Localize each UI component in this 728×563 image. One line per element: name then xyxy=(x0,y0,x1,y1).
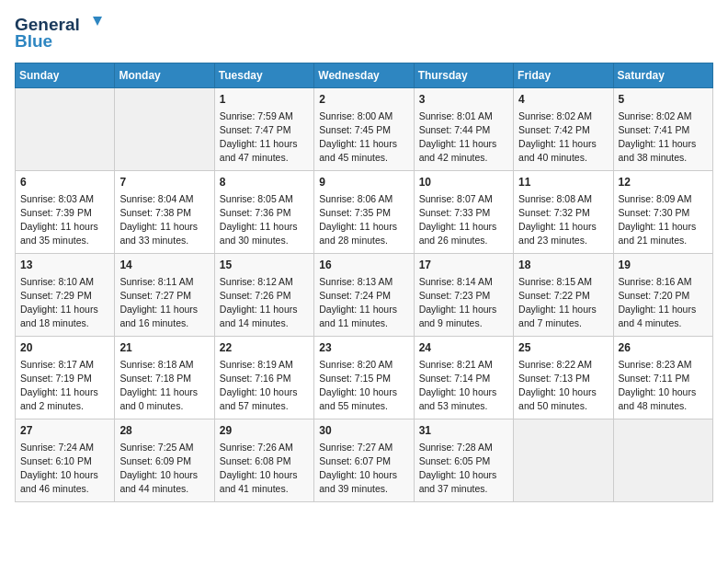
calendar-week-row: 1Sunrise: 7:59 AM Sunset: 7:47 PM Daylig… xyxy=(16,88,713,171)
calendar-cell: 11Sunrise: 8:08 AM Sunset: 7:32 PM Dayli… xyxy=(514,171,613,254)
calendar-cell: 22Sunrise: 8:19 AM Sunset: 7:16 PM Dayli… xyxy=(214,337,313,419)
day-info: Sunrise: 7:59 AM Sunset: 7:47 PM Dayligh… xyxy=(220,109,309,166)
day-info: Sunrise: 7:28 AM Sunset: 6:05 PM Dayligh… xyxy=(419,441,508,497)
day-number: 10 xyxy=(419,175,508,190)
day-number: 15 xyxy=(220,258,309,273)
calendar-cell: 4Sunrise: 8:02 AM Sunset: 7:42 PM Daylig… xyxy=(514,88,613,171)
weekday-header: Tuesday xyxy=(214,63,313,88)
calendar-week-row: 13Sunrise: 8:10 AM Sunset: 7:29 PM Dayli… xyxy=(16,254,713,337)
day-info: Sunrise: 8:23 AM Sunset: 7:11 PM Dayligh… xyxy=(619,358,708,414)
calendar-table: SundayMondayTuesdayWednesdayThursdayFrid… xyxy=(15,63,713,502)
day-number: 27 xyxy=(20,423,109,439)
logo-bird-icon xyxy=(82,13,102,33)
day-info: Sunrise: 7:24 AM Sunset: 6:10 PM Dayligh… xyxy=(20,441,109,497)
day-number: 26 xyxy=(619,340,708,356)
day-info: Sunrise: 8:02 AM Sunset: 7:42 PM Dayligh… xyxy=(518,109,608,166)
day-number: 30 xyxy=(319,423,408,439)
day-number: 18 xyxy=(518,258,608,273)
day-info: Sunrise: 7:25 AM Sunset: 6:09 PM Dayligh… xyxy=(119,441,209,497)
day-info: Sunrise: 8:00 AM Sunset: 7:45 PM Dayligh… xyxy=(319,109,408,166)
day-info: Sunrise: 8:01 AM Sunset: 7:44 PM Dayligh… xyxy=(419,109,508,166)
day-info: Sunrise: 8:18 AM Sunset: 7:18 PM Dayligh… xyxy=(119,358,209,414)
day-number: 23 xyxy=(319,340,408,356)
day-info: Sunrise: 8:19 AM Sunset: 7:16 PM Dayligh… xyxy=(220,358,309,414)
calendar-cell: 1Sunrise: 7:59 AM Sunset: 7:47 PM Daylig… xyxy=(214,88,313,171)
day-info: Sunrise: 8:20 AM Sunset: 7:15 PM Dayligh… xyxy=(319,358,408,414)
calendar-cell: 27Sunrise: 7:24 AM Sunset: 6:10 PM Dayli… xyxy=(16,419,115,502)
day-number: 31 xyxy=(419,423,508,439)
day-number: 24 xyxy=(419,340,508,356)
calendar-cell: 6Sunrise: 8:03 AM Sunset: 7:39 PM Daylig… xyxy=(16,171,115,254)
calendar-cell: 21Sunrise: 8:18 AM Sunset: 7:18 PM Dayli… xyxy=(115,337,214,419)
calendar-cell: 20Sunrise: 8:17 AM Sunset: 7:19 PM Dayli… xyxy=(16,337,115,419)
calendar-cell: 17Sunrise: 8:14 AM Sunset: 7:23 PM Dayli… xyxy=(414,254,513,337)
day-info: Sunrise: 7:27 AM Sunset: 6:07 PM Dayligh… xyxy=(319,441,408,497)
calendar-cell: 26Sunrise: 8:23 AM Sunset: 7:11 PM Dayli… xyxy=(613,337,712,419)
calendar-cell: 16Sunrise: 8:13 AM Sunset: 7:24 PM Dayli… xyxy=(314,254,414,337)
calendar-cell: 7Sunrise: 8:04 AM Sunset: 7:38 PM Daylig… xyxy=(115,171,214,254)
day-number: 17 xyxy=(419,258,508,273)
day-info: Sunrise: 8:08 AM Sunset: 7:32 PM Dayligh… xyxy=(518,192,608,248)
weekday-header: Friday xyxy=(514,63,613,88)
day-number: 2 xyxy=(319,92,408,108)
weekday-header: Wednesday xyxy=(314,63,414,88)
weekday-header: Saturday xyxy=(613,63,712,88)
calendar-cell: 23Sunrise: 8:20 AM Sunset: 7:15 PM Dayli… xyxy=(314,337,414,419)
day-number: 12 xyxy=(619,175,708,190)
calendar-cell: 9Sunrise: 8:06 AM Sunset: 7:35 PM Daylig… xyxy=(314,171,414,254)
day-info: Sunrise: 8:09 AM Sunset: 7:30 PM Dayligh… xyxy=(619,192,708,248)
calendar-cell: 14Sunrise: 8:11 AM Sunset: 7:27 PM Dayli… xyxy=(115,254,214,337)
calendar-cell: 2Sunrise: 8:00 AM Sunset: 7:45 PM Daylig… xyxy=(314,88,414,171)
calendar-cell: 5Sunrise: 8:02 AM Sunset: 7:41 PM Daylig… xyxy=(613,88,712,171)
calendar-cell: 3Sunrise: 8:01 AM Sunset: 7:44 PM Daylig… xyxy=(414,88,513,171)
day-number: 3 xyxy=(419,92,508,108)
day-info: Sunrise: 8:07 AM Sunset: 7:33 PM Dayligh… xyxy=(419,192,508,248)
day-info: Sunrise: 8:13 AM Sunset: 7:24 PM Dayligh… xyxy=(319,275,408,331)
calendar-cell: 19Sunrise: 8:16 AM Sunset: 7:20 PM Dayli… xyxy=(613,254,712,337)
logo: General Blue xyxy=(15,15,102,52)
day-info: Sunrise: 8:15 AM Sunset: 7:22 PM Dayligh… xyxy=(518,275,608,331)
calendar-cell: 12Sunrise: 8:09 AM Sunset: 7:30 PM Dayli… xyxy=(613,171,712,254)
calendar-cell: 29Sunrise: 7:26 AM Sunset: 6:08 PM Dayli… xyxy=(214,419,313,502)
day-number: 19 xyxy=(619,258,708,273)
day-number: 29 xyxy=(220,423,309,439)
calendar-cell: 28Sunrise: 7:25 AM Sunset: 6:09 PM Dayli… xyxy=(115,419,214,502)
day-info: Sunrise: 8:02 AM Sunset: 7:41 PM Dayligh… xyxy=(619,109,708,166)
day-info: Sunrise: 8:17 AM Sunset: 7:19 PM Dayligh… xyxy=(20,358,109,414)
day-number: 14 xyxy=(119,258,209,273)
day-number: 8 xyxy=(220,175,309,190)
day-number: 4 xyxy=(518,92,608,108)
day-info: Sunrise: 8:16 AM Sunset: 7:20 PM Dayligh… xyxy=(619,275,708,331)
calendar-cell: 24Sunrise: 8:21 AM Sunset: 7:14 PM Dayli… xyxy=(414,337,513,419)
day-number: 13 xyxy=(20,258,109,273)
calendar-cell: 10Sunrise: 8:07 AM Sunset: 7:33 PM Dayli… xyxy=(414,171,513,254)
weekday-header-row: SundayMondayTuesdayWednesdayThursdayFrid… xyxy=(16,63,713,88)
day-info: Sunrise: 8:22 AM Sunset: 7:13 PM Dayligh… xyxy=(518,358,608,414)
weekday-header: Thursday xyxy=(414,63,513,88)
day-number: 11 xyxy=(518,175,608,190)
calendar-cell: 30Sunrise: 7:27 AM Sunset: 6:07 PM Dayli… xyxy=(314,419,414,502)
day-info: Sunrise: 8:10 AM Sunset: 7:29 PM Dayligh… xyxy=(20,275,109,331)
weekday-header: Monday xyxy=(115,63,214,88)
day-number: 25 xyxy=(518,340,608,356)
day-info: Sunrise: 7:26 AM Sunset: 6:08 PM Dayligh… xyxy=(220,441,309,497)
day-number: 22 xyxy=(220,340,309,356)
calendar-cell: 15Sunrise: 8:12 AM Sunset: 7:26 PM Dayli… xyxy=(214,254,313,337)
day-number: 16 xyxy=(319,258,408,273)
day-info: Sunrise: 8:05 AM Sunset: 7:36 PM Dayligh… xyxy=(220,192,309,248)
day-number: 20 xyxy=(20,340,109,356)
calendar-cell xyxy=(16,88,115,171)
calendar-week-row: 20Sunrise: 8:17 AM Sunset: 7:19 PM Dayli… xyxy=(16,337,713,419)
weekday-header: Sunday xyxy=(16,63,115,88)
day-number: 21 xyxy=(119,340,209,356)
day-number: 7 xyxy=(119,175,209,190)
calendar-week-row: 6Sunrise: 8:03 AM Sunset: 7:39 PM Daylig… xyxy=(16,171,713,254)
calendar-cell xyxy=(613,419,712,502)
calendar-cell: 8Sunrise: 8:05 AM Sunset: 7:36 PM Daylig… xyxy=(214,171,313,254)
day-info: Sunrise: 8:03 AM Sunset: 7:39 PM Dayligh… xyxy=(20,192,109,248)
day-info: Sunrise: 8:21 AM Sunset: 7:14 PM Dayligh… xyxy=(419,358,508,414)
calendar-cell: 25Sunrise: 8:22 AM Sunset: 7:13 PM Dayli… xyxy=(514,337,613,419)
svg-marker-0 xyxy=(93,17,102,26)
day-number: 28 xyxy=(119,423,209,439)
day-number: 1 xyxy=(220,92,309,108)
